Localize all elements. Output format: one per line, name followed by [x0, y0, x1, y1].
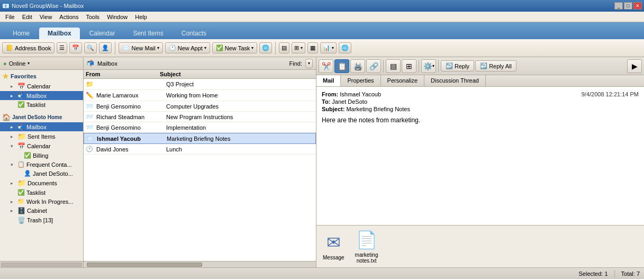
tab-properties[interactable]: Properties — [341, 75, 380, 86]
home-header[interactable]: 🏠 Janet DeSoto Home — [0, 112, 83, 122]
attachments-panel: ✉ Message 📄 marketingnotes.txt — [316, 225, 644, 267]
email-row[interactable]: 📨 Richard Steadman New Program Instructi… — [84, 112, 316, 122]
sidebar-item-documents[interactable]: ▸ 📁 Documents — [0, 178, 83, 188]
view-btn-1[interactable]: ▤ — [279, 42, 289, 53]
calendar-fav-label: Calendar — [27, 83, 51, 89]
tab-home[interactable]: Home — [4, 28, 38, 39]
menu-file[interactable]: File — [2, 13, 18, 21]
sidebar-item-billing[interactable]: ✅ Billing — [0, 151, 83, 160]
tab-mailbox[interactable]: Mailbox — [39, 28, 80, 39]
message-to-value: Janet DeSoto — [332, 98, 367, 105]
sidebar-item-cabinet[interactable]: ▸ 🗄️ Cabinet — [0, 206, 83, 215]
view-btn-2[interactable]: ⊞▾ — [292, 42, 305, 53]
cabinet-label: Cabinet — [27, 208, 47, 214]
view-btn-3[interactable]: ▦ — [307, 42, 318, 53]
from-column-header[interactable]: From — [86, 71, 160, 77]
expand-icon: ▸ — [11, 208, 16, 213]
expand-icon: ▸ — [11, 134, 16, 139]
tab-discussion-thread[interactable]: Discussion Thread — [424, 75, 486, 86]
sidebar-scrollbar[interactable] — [0, 261, 83, 267]
toolbar-icon-btn-3[interactable]: 🖨️ — [350, 59, 365, 73]
email-subject: Computer Upgrades — [166, 103, 314, 110]
toolbar-icon-btn-5[interactable]: ▤ — [386, 59, 401, 73]
cabinet-icon: 🗄️ — [17, 207, 25, 214]
toolbar-icon-btn-4[interactable]: 🔗 — [366, 59, 381, 73]
email-subject: Lunch — [166, 146, 314, 152]
sidebar-item-frequent-contacts[interactable]: ▾ 📋 Frequent Conta... — [0, 160, 83, 169]
menubar: File Edit View Actions Tools Window Help — [0, 12, 644, 22]
email-row[interactable]: 📨 Benji Gensomino Computer Upgrades — [84, 101, 316, 112]
email-from: David Jones — [96, 146, 164, 152]
small-icon-btn-3[interactable]: 🔍 — [84, 42, 97, 53]
trash-icon: 🗑️ — [17, 217, 25, 224]
online-label: Online — [9, 60, 26, 67]
mailbox-icon: 📬 — [17, 92, 25, 99]
tab-calendar[interactable]: Calendar — [81, 28, 124, 39]
menu-actions[interactable]: Actions — [56, 13, 81, 21]
sidebar-item-sent-items[interactable]: ▸ 📁 Sent Items — [0, 131, 83, 141]
online-dropdown-arrow[interactable]: ▾ — [28, 61, 30, 66]
menu-help[interactable]: Help — [132, 13, 150, 21]
email-from-selected: Ishmael Yacoub — [97, 136, 165, 142]
email-row[interactable]: 🕐 David Jones Lunch — [84, 144, 316, 155]
menu-edit[interactable]: Edit — [19, 13, 35, 21]
new-mail-button[interactable]: ✉️ New Mail ▾ — [119, 42, 162, 53]
favorites-header[interactable]: ★ Favorites — [0, 71, 83, 82]
email-row[interactable]: 📁 Q3 Project — [84, 79, 316, 90]
sidebar-item-calendar-fav[interactable]: ▸ 📅 Calendar — [0, 82, 83, 91]
small-icon-btn-5[interactable]: 🌐 — [259, 42, 272, 53]
email-subject: Working from Home — [166, 92, 314, 98]
message-body: Here are the notes from marketing. — [322, 116, 639, 124]
reply-button[interactable]: ↩️ Reply — [441, 60, 474, 71]
sidebar-item-calendar[interactable]: ▾ 📅 Calendar — [0, 141, 83, 151]
maximize-button[interactable]: □ — [624, 2, 632, 10]
sidebar-item-trash[interactable]: 🗑️ Trash [13] — [0, 215, 83, 225]
close-button[interactable]: ✕ — [633, 2, 642, 10]
sidebar-item-mailbox-fav[interactable]: ▸ 📬 Mailbox — [0, 91, 83, 100]
sidebar-item-tasklist-fav[interactable]: ✅ Tasklist — [0, 100, 83, 109]
sidebar-item-work-in-progress[interactable]: ▸ 📁 Work In Progres... — [0, 197, 83, 206]
small-icon-btn-4[interactable]: 👤 — [99, 42, 112, 53]
menu-view[interactable]: View — [37, 13, 56, 21]
small-icon-btn-2[interactable]: 📅 — [69, 42, 82, 53]
attachment-message[interactable]: ✉ Message — [323, 232, 344, 260]
titlebar: 📧 Novell GroupWise - Mailbox _ □ ✕ — [0, 0, 644, 12]
titlebar-title: Novell GroupWise - Mailbox — [12, 3, 84, 9]
email-row[interactable]: 📨 Benji Gensomino Implementation — [84, 122, 316, 133]
small-icon-btn-1[interactable]: ☰ — [57, 42, 67, 53]
new-task-button[interactable]: ✅ New Task ▾ — [212, 42, 257, 53]
email-list-scrollbar[interactable] — [84, 261, 316, 267]
tab-mail[interactable]: Mail — [316, 75, 341, 86]
view-btn-4[interactable]: 📊▾ — [320, 42, 337, 53]
tab-contacts[interactable]: Contacts — [173, 28, 215, 39]
menu-window[interactable]: Window — [104, 13, 131, 21]
tab-personalize[interactable]: Personalize — [381, 75, 424, 86]
toolbar-icon-btn-expand[interactable]: ▶ — [627, 59, 642, 73]
address-book-button[interactable]: 📒 Address Book — [2, 42, 55, 53]
toolbar-icon-btn-7[interactable]: ⚙️ ▾ — [421, 59, 436, 73]
frequent-contacts-label: Frequent Conta... — [26, 161, 72, 168]
expand-icon: ▾ — [11, 162, 16, 167]
message-tabs: Mail Properties Personalize Discussion T… — [316, 75, 644, 87]
find-dropdown[interactable]: ▾ — [305, 59, 313, 68]
sidebar-item-tasklist[interactable]: ✅ Tasklist — [0, 188, 83, 197]
toolbar-icon-btn-1[interactable]: ✂️ — [319, 59, 333, 73]
toolbar-icon-btn-2[interactable]: 📋 — [334, 59, 349, 73]
favorites-label: Favorites — [11, 73, 37, 79]
email-row[interactable]: ✏️ Marie Lamaroux Working from Home — [84, 90, 316, 101]
toolbar-icon-btn-6[interactable]: ⊞ — [402, 59, 416, 73]
view-btn-5[interactable]: 🌐 — [339, 42, 351, 53]
folder-icon: 📁 — [17, 132, 26, 140]
find-label: Find: — [289, 60, 302, 67]
email-row-selected[interactable]: 📨 Ishmael Yacoub Marketing Briefing Note… — [84, 133, 316, 144]
tab-sent-items[interactable]: Sent Items — [124, 28, 171, 39]
attachment-file[interactable]: 📄 marketingnotes.txt — [355, 230, 378, 264]
sidebar-item-mailbox[interactable]: ▸ 📬 Mailbox — [0, 122, 83, 131]
reply-all-button[interactable]: ↩️ Reply All — [475, 60, 516, 71]
sidebar-item-janet-desoto[interactable]: 👤 Janet DeSoto... — [0, 169, 83, 178]
minimize-button[interactable]: _ — [614, 2, 623, 10]
menu-tools[interactable]: Tools — [83, 13, 103, 21]
new-appt-button[interactable]: 🕐 New Appt ▾ — [165, 42, 210, 53]
billing-icon: ✅ — [24, 152, 31, 159]
subject-column-header[interactable]: Subject — [160, 71, 314, 77]
